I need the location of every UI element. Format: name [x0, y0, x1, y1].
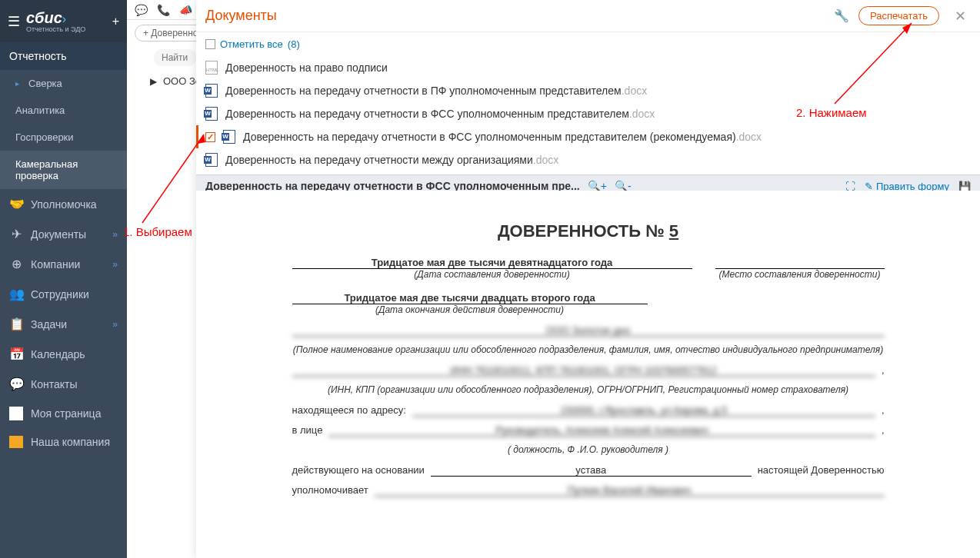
- calendar-icon: 📅: [9, 347, 23, 361]
- checkbox-empty-icon[interactable]: [205, 39, 215, 49]
- sidebar: ☰ сбис› Отчетность и ЭДО + Отчетность ▸ …: [0, 0, 127, 558]
- sidebar-item-companies[interactable]: ⊕ Компании »: [0, 249, 127, 279]
- document-row[interactable]: Доверенность на передачу отчетности в ФС…: [196, 102, 980, 125]
- chevron-right-icon: »: [112, 229, 118, 240]
- document-ext: .docx: [629, 108, 655, 120]
- chevron-right-icon: »: [112, 259, 118, 270]
- send-icon: ✈: [9, 227, 23, 241]
- phone-icon[interactable]: 📞: [157, 4, 170, 16]
- sidebar-item-upolnomochka[interactable]: 🤝 Уполномочка: [0, 189, 127, 219]
- sidebar-item-label: Госпроверки: [15, 131, 74, 143]
- sidebar-item-gosproverki[interactable]: Госпроверки: [0, 124, 127, 151]
- basis-suffix: настоящей Доверенностью: [758, 464, 885, 476]
- globe-icon: ⊕: [9, 257, 23, 271]
- address-blurred: 150000, г.Ярославль, ул.Кирова, д.5: [412, 404, 875, 417]
- place-value: [715, 257, 885, 269]
- section-title: Отчетность: [0, 42, 127, 70]
- basis-label: действующего на основании: [292, 464, 425, 476]
- people-icon: 👥: [9, 287, 23, 301]
- sidebar-item-label: Компании: [31, 258, 80, 271]
- sidebar-item-label: Сверка: [28, 78, 62, 89]
- sidebar-item-label: Аналитика: [15, 105, 65, 116]
- html-file-icon: HTML: [205, 61, 218, 75]
- org-hint: (Полное наименование организации или обо…: [292, 344, 885, 355]
- sidebar-item-label: Контакты: [31, 378, 77, 390]
- logo-arrow-icon: ›: [62, 12, 66, 25]
- document-row[interactable]: HTML Доверенность на право подписи: [196, 56, 980, 79]
- handshake-icon: 🤝: [9, 197, 23, 211]
- wrench-icon[interactable]: 🔧: [834, 8, 849, 23]
- sidebar-item-label: Моя страница: [31, 407, 101, 420]
- word-file-icon: [205, 107, 218, 121]
- org-name-blurred: ООО Золотое дно: [292, 324, 885, 337]
- authorize-label: уполномочивает: [292, 484, 368, 496]
- sidebar-item-documents[interactable]: ✈ Документы »: [0, 219, 127, 249]
- print-button[interactable]: Распечатать: [858, 6, 939, 25]
- add-plus-icon[interactable]: +: [112, 15, 119, 28]
- caret-icon: ▸: [15, 79, 19, 88]
- annotation-step1: 1. Выбираем: [123, 225, 192, 238]
- sidebar-item-label: Камеральная проверка: [15, 158, 118, 181]
- document-list: HTML Доверенность на право подписи Довер…: [196, 53, 980, 174]
- mark-all-label: Отметить все: [220, 38, 283, 50]
- sidebar-item-kameralnaya[interactable]: Камеральная проверка: [0, 151, 127, 189]
- tree-caret-icon: ▶: [150, 76, 157, 87]
- svg-line-0: [142, 135, 204, 223]
- mark-all-count: (8): [288, 38, 300, 50]
- mark-all-row[interactable]: Отметить все (8): [196, 32, 980, 53]
- sidebar-item-mypage[interactable]: Моя страница: [0, 399, 127, 428]
- chat-icon: 💬: [9, 377, 23, 391]
- sidebar-item-tasks[interactable]: 📋 Задачи »: [0, 309, 127, 339]
- sidebar-item-calendar[interactable]: 📅 Календарь: [0, 339, 127, 369]
- inn-hint: (ИНН, КПП (организации или обособленного…: [292, 384, 885, 395]
- sidebar-item-label: Наша компания: [31, 436, 110, 448]
- authorized-blurred: Пупкин Василий Иванович: [375, 484, 885, 497]
- document-row-selected[interactable]: ✓ Доверенность на передачу отчетности в …: [196, 125, 980, 148]
- basis-value: устава: [431, 464, 752, 477]
- chat-bubble-icon[interactable]: 💬: [135, 4, 148, 16]
- company-icon: [9, 436, 23, 448]
- sidebar-item-contacts[interactable]: 💬 Контакты: [0, 369, 127, 399]
- sidebar-item-label: Документы: [31, 228, 86, 241]
- document-ext: .docx: [622, 85, 647, 97]
- menu-icon[interactable]: ☰: [8, 13, 20, 30]
- logo-text: сбис: [26, 9, 62, 26]
- sidebar-item-label: Сотрудники: [31, 288, 89, 301]
- document-row[interactable]: Доверенность на передачу отчетности в ПФ…: [196, 79, 980, 102]
- document-label: Доверенность на право подписи: [225, 61, 388, 74]
- word-file-icon: [205, 153, 218, 167]
- sidebar-item-label: Задачи: [31, 318, 67, 330]
- date-end-hint: (Дата окончания действия доверенности): [292, 304, 648, 315]
- date-issue: Тридцатое мая две тысячи девятнадцатого …: [292, 257, 692, 269]
- chevron-right-icon: »: [112, 319, 118, 330]
- megaphone-icon[interactable]: 📣: [179, 4, 192, 16]
- sidebar-header: ☰ сбис› Отчетность и ЭДО +: [0, 0, 127, 42]
- document-heading: ДОВЕРЕННОСТЬ № 5: [292, 221, 885, 241]
- person-label: в лице: [292, 424, 323, 436]
- preview-body[interactable]: ДОВЕРЕННОСТЬ № 5 Тридцатое мая две тысяч…: [196, 191, 980, 558]
- place-hint: (Место составления доверенности): [715, 269, 885, 280]
- document-row[interactable]: Доверенность на передачу отчетности межд…: [196, 148, 980, 171]
- modal-title: Документы: [205, 8, 834, 24]
- sidebar-item-analytics[interactable]: Аналитика: [0, 97, 127, 124]
- sidebar-item-employees[interactable]: 👥 Сотрудники: [0, 279, 127, 309]
- checkbox-checked-icon[interactable]: ✓: [205, 132, 215, 142]
- sidebar-item-label: Уполномочка: [31, 198, 97, 211]
- close-icon[interactable]: ✕: [950, 8, 971, 25]
- sidebar-item-label: Календарь: [31, 348, 85, 360]
- address-label: находящееся по адресу:: [292, 404, 406, 416]
- logo-block[interactable]: сбис› Отчетность и ЭДО: [26, 9, 85, 33]
- search-input[interactable]: [154, 49, 196, 66]
- sidebar-item-ourcompany[interactable]: Наша компания: [0, 428, 127, 456]
- document-label: Доверенность на передачу отчетности в ФС…: [243, 131, 736, 143]
- clipboard-icon: 📋: [9, 317, 23, 331]
- document-page: ДОВЕРЕННОСТЬ № 5 Тридцатое мая две тысяч…: [262, 198, 915, 527]
- word-file-icon: [205, 84, 218, 98]
- inn-blurred: ИНН 7610010011, КПП 761001001, ОГРН 1037…: [292, 364, 875, 377]
- document-label: Доверенность на передачу отчетности межд…: [225, 154, 533, 166]
- modal-header: Документы 🔧 Распечатать ✕: [196, 0, 980, 32]
- logo-subtitle: Отчетность и ЭДО: [26, 25, 85, 33]
- sidebar-item-sverka[interactable]: ▸ Сверка: [0, 70, 127, 97]
- avatar-icon: [9, 407, 23, 420]
- documents-modal: Документы 🔧 Распечатать ✕ Отметить все (…: [196, 0, 980, 558]
